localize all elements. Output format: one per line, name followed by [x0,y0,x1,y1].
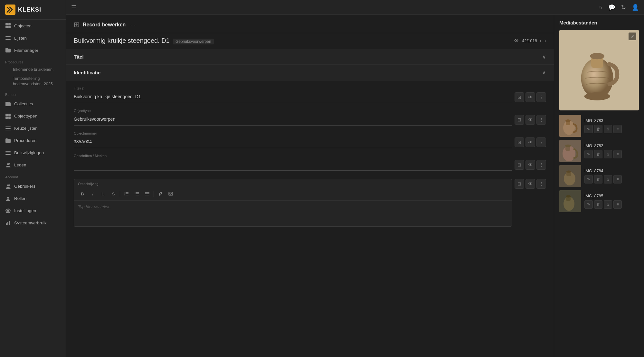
titels-more-btn[interactable]: ⋮ [536,92,546,102]
media-thumb-name-0: IMG_8783 [584,118,639,123]
svg-rect-40 [145,193,149,194]
omschrijving-placeholder[interactable]: Typ hier uw tekst... [74,201,512,226]
objectnummer-row: 385A004 ⊡ 👁 ⋮ [74,136,546,148]
identificatie-section-header[interactable]: Identificatie ∧ [66,65,554,80]
media-thumb-row-3: IMG_8785 ✎ 🗑 ℹ ≡ [559,190,639,212]
logo-text: KLEKSI [18,6,41,13]
svg-rect-25 [7,222,8,225]
svg-rect-41 [145,195,149,195]
sidebar-item-keuzelijsten[interactable]: Keuzelijsten [0,122,66,135]
sidebar-item-procedures[interactable]: Procedures [0,135,66,147]
objectnummer-translate-btn[interactable]: ⊡ [515,137,524,147]
titel-section-title: Titel [74,54,84,60]
procedure-sub-item-0[interactable]: Inkomende bruiklenen. [0,65,66,74]
sidebar-label-filemanager: Filemanager [14,48,38,53]
opschriften-value[interactable] [74,159,512,171]
thumb-edit-btn-2[interactable]: ✎ [584,175,593,183]
next-record-icon[interactable]: › [544,37,546,44]
record-title: Buikvormig kruikje steengoed. D1 [74,37,170,44]
thumb-info-btn-2[interactable]: ℹ [604,175,612,183]
chart-icon [5,220,11,226]
bold-btn[interactable]: B [78,189,87,198]
link-btn[interactable] [156,189,165,198]
ordered-list-btn[interactable]: 123 [122,189,131,198]
sidebar-item-instellingen[interactable]: Instellingen [0,205,66,217]
thumb-delete-btn-0[interactable]: 🗑 [594,125,602,133]
align-btn[interactable] [143,189,152,198]
thumb-info-btn-0[interactable]: ℹ [604,125,612,133]
prev-record-icon[interactable]: ‹ [540,37,542,44]
omschrijving-editor[interactable]: Omschrijving B I U S 123 [74,179,512,227]
user-icon[interactable]: 👤 [632,4,639,11]
sidebar-item-objecten[interactable]: Objecten [0,20,66,32]
thumb-menu-btn-2[interactable]: ≡ [613,175,622,183]
svg-rect-7 [5,39,11,40]
sidebar-item-leden[interactable]: Leden [0,159,66,171]
thumb-menu-btn-3[interactable]: ≡ [613,200,622,209]
thumb-delete-btn-2[interactable]: 🗑 [594,175,602,183]
sidebar-item-filemanager[interactable]: Filemanager [0,44,66,56]
svg-point-47 [584,92,610,100]
objecttype-eye-btn[interactable]: 👁 [526,115,535,125]
expand-icon[interactable]: ⤢ [629,33,636,40]
omschrijving-eye-btn[interactable]: 👁 [526,179,535,189]
sidebar-item-collecties[interactable]: Collecties [0,98,66,110]
sidebar-label-lijsten: Lijsten [14,36,27,41]
thumb-edit-btn-0[interactable]: ✎ [584,125,593,133]
media-thumb-img-3[interactable] [559,190,581,212]
titels-translate-btn[interactable]: ⊡ [515,92,524,102]
unordered-list-btn[interactable] [132,189,141,198]
titel-section-header[interactable]: Titel ∨ [66,49,554,65]
thumb-info-btn-1[interactable]: ℹ [604,150,612,158]
omschrijving-translate-btn[interactable]: ⊡ [515,179,524,189]
media-thumb-img-2[interactable] [559,165,581,187]
thumb-jug-2 [559,165,581,187]
objectnummer-value: 385A004 [74,136,512,148]
opschriften-eye-btn[interactable]: 👁 [526,160,535,170]
logo-area: KLEKSI [0,0,66,20]
objectnummer-more-btn[interactable]: ⋮ [536,137,546,147]
sidebar-item-bulkwijzigingen[interactable]: Bulkwijzigingen [0,147,66,159]
thumb-delete-btn-1[interactable]: 🗑 [594,150,602,158]
thumb-edit-btn-1[interactable]: ✎ [584,150,593,158]
thumb-menu-btn-0[interactable]: ≡ [613,125,622,133]
procedure-sub-item-1[interactable]: Tentoonstelling bodemvondsten. 2025 [0,74,66,89]
menu-icon[interactable]: ☰ [71,4,76,11]
sidebar-item-systeemverbruik[interactable]: Systeemverbruik [0,217,66,229]
settings-icon [5,208,11,214]
strikethrough-btn[interactable]: S [109,189,118,198]
opschriften-translate-btn[interactable]: ⊡ [515,160,524,170]
media-thumb-img-0[interactable] [559,115,581,137]
titels-eye-btn[interactable]: 👁 [526,92,535,102]
italic-btn[interactable]: I [88,189,97,198]
omschrijving-more-btn[interactable]: ⋮ [536,179,546,189]
thumb-edit-btn-3[interactable]: ✎ [584,200,593,209]
objecttype-translate-btn[interactable]: ⊡ [515,115,524,125]
sidebar-item-lijsten[interactable]: Lijsten [0,32,66,44]
objecttype-more-btn[interactable]: ⋮ [536,115,546,125]
sidebar-item-gebruikers[interactable]: Gebruikers [0,180,66,193]
thumb-menu-btn-1[interactable]: ≡ [613,150,622,158]
objectnummer-eye-btn[interactable]: 👁 [526,137,535,147]
thumb-info-btn-3[interactable]: ℹ [604,200,612,209]
objecttype-value: Gebruiksvoorwerpen [74,114,512,126]
sidebar-item-objecttypen[interactable]: Objecttypen [0,110,66,122]
grid-icon [5,23,11,29]
svg-rect-29 [126,195,128,195]
more-options-icon[interactable]: ⋯ [130,21,136,28]
media-thumb-img-1[interactable] [559,140,581,162]
topbar: ☰ ⌂ 💬 ↻ 👤 [66,0,644,15]
thumb-delete-btn-3[interactable]: 🗑 [594,200,602,209]
image-btn[interactable] [166,189,175,198]
sidebar-item-rollen[interactable]: Rollen [0,193,66,205]
underline-btn[interactable]: U [99,189,108,198]
home-icon[interactable]: ⌂ [599,4,602,11]
messages-icon[interactable]: 💬 [608,4,615,11]
svg-point-38 [135,195,136,195]
main-image[interactable]: ⤢ [559,30,639,110]
opschriften-more-btn[interactable]: ⋮ [536,160,546,170]
thumb-jug-3 [559,190,581,212]
refresh-icon[interactable]: ↻ [621,4,626,11]
sidebar-label-objecttypen: Objecttypen [14,114,37,118]
left-panel: ⊞ Record bewerken ⋯ Buikvormig kruikje s… [66,15,554,357]
